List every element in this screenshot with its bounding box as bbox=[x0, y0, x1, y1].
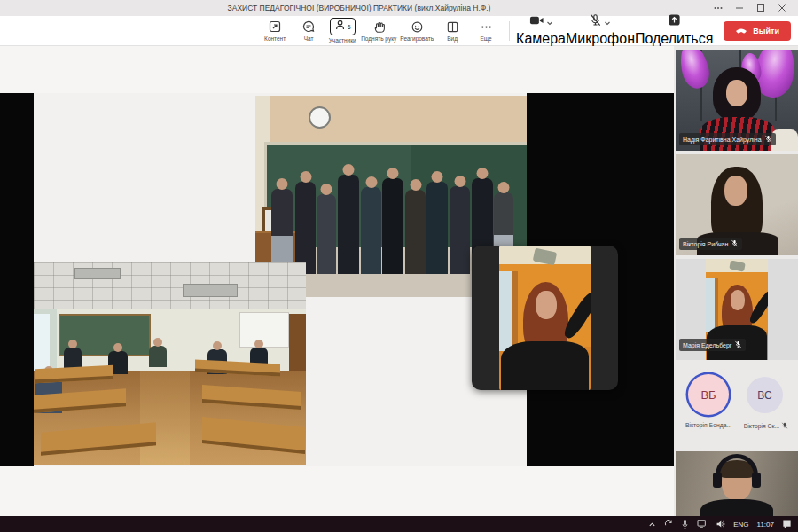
participant-name-label: Вікторія Рибчан bbox=[679, 238, 742, 250]
meeting-toolbar: Контент Чат 6 Участники Поднять руку Реа… bbox=[0, 16, 798, 46]
student-figure bbox=[295, 182, 316, 274]
student-figure bbox=[361, 187, 381, 274]
participant-tile-khairulina[interactable]: Надія Фаритівна Хайруліна bbox=[676, 50, 798, 151]
raise-hand-button[interactable]: Поднять руку bbox=[359, 17, 398, 45]
person-face bbox=[724, 176, 747, 206]
window-controls bbox=[708, 0, 793, 16]
microphone-button[interactable]: Микрофон bbox=[566, 15, 635, 47]
window-more-icon[interactable] bbox=[708, 0, 729, 16]
headphone-cup bbox=[713, 473, 722, 488]
student-figure bbox=[382, 178, 403, 274]
ceiling-light bbox=[74, 268, 121, 279]
window-close-icon[interactable] bbox=[771, 0, 793, 16]
presentation-slide bbox=[34, 93, 527, 466]
tray-network-display-icon[interactable] bbox=[697, 520, 708, 528]
toolbar-separator bbox=[509, 21, 510, 41]
microphone-chevron-icon[interactable] bbox=[604, 14, 611, 30]
wall-clock bbox=[309, 106, 331, 129]
student-figure bbox=[405, 190, 426, 274]
avatar-name-label: Вікторія Бонда... bbox=[679, 422, 738, 428]
content-icon bbox=[268, 20, 282, 34]
student-figure bbox=[450, 186, 470, 274]
headphone-cup bbox=[752, 473, 761, 488]
camera-chevron-icon[interactable] bbox=[546, 14, 553, 30]
tray-microphone-icon[interactable] bbox=[681, 520, 689, 529]
tray-speaker-icon[interactable] bbox=[716, 520, 725, 528]
window-minimize-icon[interactable] bbox=[729, 0, 750, 16]
shared-screen-background bbox=[0, 93, 674, 466]
share-icon bbox=[668, 13, 681, 30]
mic-muted-icon bbox=[781, 422, 788, 430]
clock[interactable]: 11:07 bbox=[757, 520, 774, 528]
view-grid-icon bbox=[446, 20, 459, 34]
avatar-viktoriia-sk[interactable]: ВС bbox=[747, 377, 783, 413]
avatar-name-label: Вікторія Ск... bbox=[739, 422, 793, 430]
participants-panel: Надія Фаритівна Хайруліна Вікторія Рибча… bbox=[674, 46, 798, 516]
person-body bbox=[501, 341, 589, 390]
participant-name-label: Надія Фаритівна Хайруліна bbox=[679, 133, 776, 145]
video-vent bbox=[729, 261, 746, 273]
camera-icon bbox=[529, 14, 544, 30]
window-maximize-icon[interactable] bbox=[750, 0, 771, 16]
avatar-participants-row: ВБ ВС Вікторія Бонда... Вікторія Ск... bbox=[676, 365, 798, 447]
view-button[interactable]: Вид bbox=[435, 17, 469, 45]
participants-count-badge: 6 bbox=[348, 24, 351, 30]
microphone-muted-icon bbox=[589, 13, 602, 30]
seated-student bbox=[149, 346, 167, 367]
leave-button[interactable]: Выйти bbox=[724, 21, 791, 41]
whiteboard bbox=[239, 312, 289, 348]
content-button[interactable]: Контент bbox=[258, 17, 292, 45]
participant-name-label: Марія Едельберг bbox=[679, 339, 746, 351]
person-face bbox=[731, 290, 745, 310]
student-figure bbox=[317, 194, 336, 274]
student-figure bbox=[271, 189, 293, 274]
student-figure bbox=[426, 182, 448, 274]
camera-button[interactable]: Камера bbox=[516, 15, 566, 47]
react-smiley-icon bbox=[411, 20, 424, 34]
mic-muted-icon bbox=[734, 340, 742, 349]
hangup-icon bbox=[735, 26, 747, 36]
participant-tile-rybchan[interactable]: Вікторія Рибчан bbox=[676, 154, 798, 255]
raise-hand-icon bbox=[372, 20, 386, 34]
share-button[interactable]: Поделиться bbox=[635, 15, 713, 47]
student-figure bbox=[338, 175, 359, 274]
participants-button[interactable]: 6 Участники bbox=[325, 17, 359, 45]
chat-button[interactable]: Чат bbox=[292, 17, 325, 45]
overlay-video-maria bbox=[499, 246, 591, 390]
language-indicator[interactable]: ENG bbox=[733, 520, 748, 528]
video-window bbox=[499, 271, 518, 351]
participants-icon bbox=[334, 19, 347, 35]
classroom-photo-desks bbox=[34, 262, 306, 466]
mic-muted-icon bbox=[731, 239, 739, 248]
floor-aisle bbox=[140, 371, 190, 466]
video-window bbox=[706, 278, 718, 333]
more-button[interactable]: Еще bbox=[469, 17, 503, 45]
person-body bbox=[700, 499, 773, 516]
tray-chevron-up-icon[interactable] bbox=[648, 520, 656, 528]
flower-decor bbox=[676, 50, 713, 91]
ceiling-light bbox=[183, 284, 238, 297]
shared-screen-area bbox=[0, 46, 674, 516]
person-face bbox=[726, 80, 747, 106]
action-center-icon[interactable] bbox=[782, 520, 792, 529]
participant-tile-man-headphones[interactable] bbox=[676, 451, 798, 516]
floating-video-overlay[interactable] bbox=[472, 246, 618, 390]
chat-icon bbox=[301, 20, 316, 34]
video-vent bbox=[533, 247, 557, 264]
mic-muted-icon bbox=[764, 135, 772, 144]
tray-sync-icon[interactable] bbox=[664, 520, 673, 528]
more-dots-icon bbox=[480, 20, 493, 34]
react-button[interactable]: Реагировать bbox=[398, 17, 435, 45]
windows-taskbar: ENG 11:07 bbox=[0, 516, 798, 532]
avatar-viktoriia-bonda[interactable]: ВБ bbox=[688, 374, 729, 415]
person-face bbox=[536, 291, 557, 320]
participant-tile-edelberg[interactable]: Марія Едельберг bbox=[676, 259, 798, 360]
